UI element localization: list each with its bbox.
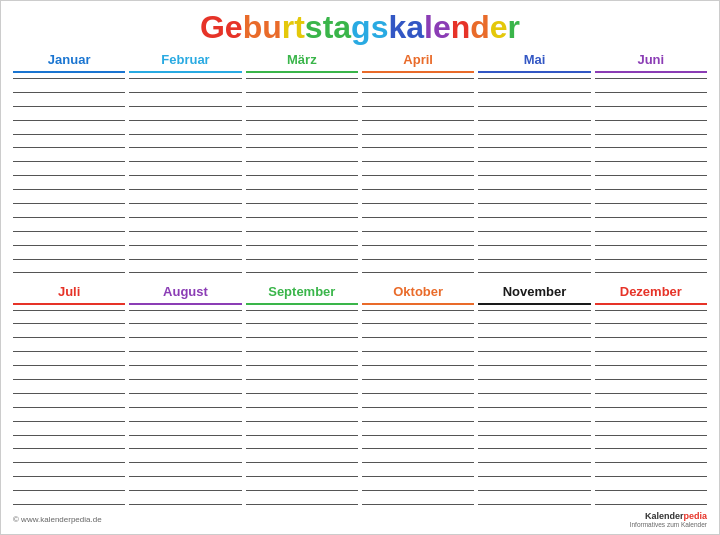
- calendar-line: [478, 323, 590, 324]
- calendar-line: [129, 203, 241, 204]
- calendar-line: [246, 231, 358, 232]
- calendar-line: [478, 337, 590, 338]
- calendar-line: [13, 310, 125, 311]
- month-col-april: April: [362, 52, 474, 276]
- lines-container: [478, 76, 590, 276]
- calendar-line: [13, 175, 125, 176]
- calendar-line: [362, 379, 474, 380]
- calendar-line: [13, 504, 125, 505]
- calendar-line: [362, 323, 474, 324]
- month-divider: [478, 303, 590, 305]
- bottom-calendar-grid: JuliAugustSeptemberOktoberNovemberDezemb…: [13, 284, 707, 508]
- calendar-line: [13, 407, 125, 408]
- calendar-line: [246, 203, 358, 204]
- calendar-line: [13, 490, 125, 491]
- calendar-line: [129, 407, 241, 408]
- calendar-line: [362, 310, 474, 311]
- month-divider: [595, 303, 707, 305]
- calendar-line: [362, 365, 474, 366]
- title-letter: e: [225, 9, 243, 45]
- calendar-line: [129, 106, 241, 107]
- lines-container: [129, 76, 241, 276]
- calendar-line: [362, 92, 474, 93]
- calendar-line: [478, 134, 590, 135]
- title-letter: s: [371, 9, 389, 45]
- calendar-line: [129, 379, 241, 380]
- month-header: Dezember: [595, 284, 707, 300]
- calendar-line: [13, 161, 125, 162]
- month-col-mai: Mai: [478, 52, 590, 276]
- calendar-line: [246, 245, 358, 246]
- calendar-line: [362, 259, 474, 260]
- month-header: August: [129, 284, 241, 300]
- calendar-line: [13, 203, 125, 204]
- logo-kalen: Kalender: [645, 511, 684, 521]
- calendar-line: [13, 245, 125, 246]
- calendar-line: [595, 421, 707, 422]
- calendar-line: [129, 448, 241, 449]
- calendar-line: [595, 407, 707, 408]
- lines-container: [478, 308, 590, 508]
- calendar-line: [129, 120, 241, 121]
- lines-container: [595, 308, 707, 508]
- title-letter: u: [262, 9, 282, 45]
- month-divider: [13, 303, 125, 305]
- calendar-line: [129, 351, 241, 352]
- calendar-line: [246, 272, 358, 273]
- month-divider: [246, 303, 358, 305]
- month-header: Mai: [478, 52, 590, 68]
- calendar-line: [246, 134, 358, 135]
- month-header: Oktober: [362, 284, 474, 300]
- month-col-februar: Februar: [129, 52, 241, 276]
- calendar-line: [129, 393, 241, 394]
- calendar-line: [129, 272, 241, 273]
- month-col-juni: Juni: [595, 52, 707, 276]
- calendar-line: [362, 337, 474, 338]
- calendar-line: [478, 379, 590, 380]
- calendar-line: [246, 259, 358, 260]
- logo: Kalenderpedia Informatives zum Kalender: [630, 511, 707, 528]
- calendar-line: [13, 120, 125, 121]
- calendar-line: [246, 323, 358, 324]
- title-letter: t: [323, 9, 334, 45]
- title-letter: n: [451, 9, 471, 45]
- calendar-line: [246, 393, 358, 394]
- calendar-line: [595, 337, 707, 338]
- title-letter: b: [243, 9, 263, 45]
- logo-pedia: pedia: [683, 511, 707, 521]
- month-col-november: November: [478, 284, 590, 508]
- calendar-line: [478, 504, 590, 505]
- month-col-september: September: [246, 284, 358, 508]
- calendar-line: [478, 435, 590, 436]
- calendar-line: [246, 504, 358, 505]
- calendar-line: [362, 272, 474, 273]
- calendar-line: [246, 476, 358, 477]
- calendar-line: [246, 407, 358, 408]
- calendar-line: [129, 92, 241, 93]
- lines-container: [362, 308, 474, 508]
- calendar-line: [595, 351, 707, 352]
- calendar-line: [129, 365, 241, 366]
- calendar-line: [478, 161, 590, 162]
- month-col-august: August: [129, 284, 241, 508]
- calendar-line: [129, 259, 241, 260]
- calendar-line: [13, 134, 125, 135]
- month-divider: [129, 303, 241, 305]
- calendar-line: [478, 231, 590, 232]
- month-divider: [362, 71, 474, 73]
- calendar-line: [13, 78, 125, 79]
- calendar-line: [595, 323, 707, 324]
- calendar-line: [129, 476, 241, 477]
- calendar-line: [478, 217, 590, 218]
- calendar-line: [362, 407, 474, 408]
- title-letter: k: [388, 9, 406, 45]
- calendar-line: [129, 504, 241, 505]
- calendar-line: [478, 310, 590, 311]
- calendar-line: [478, 351, 590, 352]
- calendar-line: [246, 78, 358, 79]
- lines-container: [246, 308, 358, 508]
- calendar-line: [362, 175, 474, 176]
- month-divider: [246, 71, 358, 73]
- calendar-line: [362, 448, 474, 449]
- calendar-line: [129, 337, 241, 338]
